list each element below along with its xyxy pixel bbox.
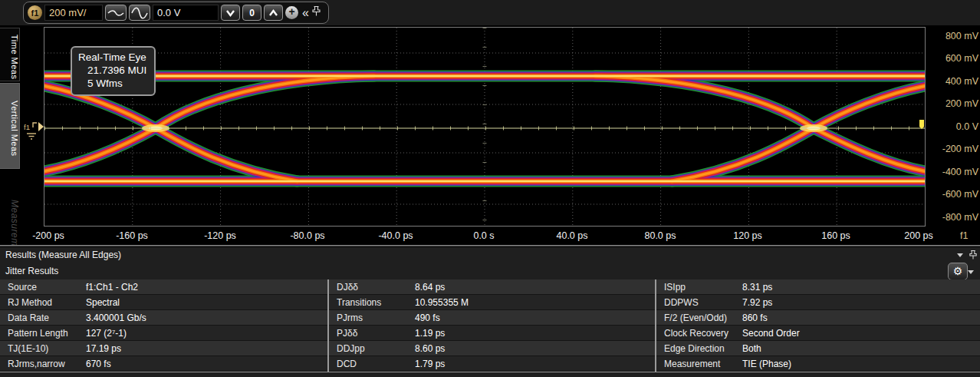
channel-badge[interactable]: f1 bbox=[28, 5, 42, 20]
result-value: 490 fs bbox=[415, 313, 440, 323]
table-row: Source f1:Ch1 - Ch2 bbox=[0, 279, 327, 295]
offset-up-button[interactable] bbox=[264, 5, 283, 21]
offset-zero-button[interactable]: 0 bbox=[242, 5, 261, 21]
result-label: DDPWS bbox=[656, 297, 742, 308]
ground-marker-label: f1 bbox=[24, 123, 30, 131]
result-value: 10.955355 M bbox=[415, 297, 469, 308]
result-label: RJ Method bbox=[0, 297, 86, 308]
x-axis-label: -160 ps bbox=[116, 230, 148, 241]
table-row: DDJpp 8.60 ps bbox=[329, 341, 655, 356]
result-label: Source bbox=[0, 282, 86, 293]
vertical-scale-value: 200 mV/ bbox=[49, 7, 86, 18]
result-value: 860 fs bbox=[742, 313, 768, 323]
tab-time-meas[interactable]: Time Meas bbox=[0, 28, 20, 81]
result-label: Pattern Length bbox=[0, 328, 86, 339]
vertical-offset-value: 0.0 V bbox=[157, 7, 180, 18]
x-axis-label: 120 ps bbox=[733, 230, 762, 241]
offset-arrow-icon bbox=[38, 122, 44, 131]
result-value: 670 fs bbox=[86, 359, 111, 369]
table-row: Transitions 10.955355 M bbox=[329, 295, 655, 310]
y-axis-label: -400 mV bbox=[928, 167, 978, 177]
results-header: Results (Measure All Edges) bbox=[0, 247, 980, 263]
table-row: TJ(1E-10) 17.19 ps bbox=[0, 341, 327, 356]
result-value: 8.31 ps bbox=[742, 282, 772, 293]
overlay-wfms: 5 Wfms bbox=[78, 77, 146, 90]
table-row: PJrms 490 fs bbox=[329, 310, 655, 326]
eye-diagram-plot[interactable] bbox=[44, 27, 926, 227]
channel-ground-marker[interactable]: f1 bbox=[24, 117, 44, 147]
collapse-toolbar-button[interactable]: « bbox=[302, 7, 309, 19]
result-value: 7.92 ps bbox=[742, 297, 772, 308]
result-value: Both bbox=[742, 343, 761, 354]
trigger-level-marker[interactable] bbox=[919, 120, 924, 129]
table-row: Data Rate 3.400001 Gb/s bbox=[0, 310, 327, 326]
results-title: Results bbox=[5, 250, 36, 260]
overlay-mui: 21.7396 MUI bbox=[78, 64, 146, 77]
channel-axis-label: f1 bbox=[960, 230, 968, 241]
result-value: Second Order bbox=[742, 328, 800, 339]
y-axis-label: 800 mV bbox=[928, 31, 978, 41]
x-axis-label: 40.0 ps bbox=[556, 230, 587, 241]
ground-icon bbox=[27, 134, 36, 139]
table-row: ISIpp 8.31 ps bbox=[656, 279, 980, 295]
panel-separator bbox=[0, 245, 980, 246]
pin-icon[interactable] bbox=[311, 5, 321, 20]
scale-decrease-button[interactable] bbox=[105, 5, 127, 21]
result-label: Clock Recovery bbox=[656, 328, 742, 339]
x-axis-label: 0.0 s bbox=[473, 230, 494, 241]
result-label: Edge Direction bbox=[656, 343, 742, 354]
y-axis-label: -600 mV bbox=[928, 189, 978, 200]
y-axis-label: 400 mV bbox=[928, 76, 978, 87]
result-value: Spectral bbox=[86, 297, 120, 308]
jitter-results-table: Source f1:Ch1 - Ch2 RJ Method Spectral D… bbox=[0, 279, 980, 372]
result-value: f1:Ch1 - Ch2 bbox=[86, 282, 138, 293]
y-axis-label: 600 mV bbox=[928, 53, 978, 64]
zero-icon: 0 bbox=[249, 8, 255, 18]
results-menu-chevron-icon[interactable] bbox=[957, 253, 963, 257]
scale-increase-button[interactable] bbox=[129, 5, 150, 21]
add-button[interactable]: + bbox=[285, 6, 298, 19]
result-value: TIE (Phase) bbox=[742, 359, 791, 369]
results-pin-icon[interactable] bbox=[968, 250, 978, 263]
x-axis-label: 80.0 ps bbox=[644, 230, 676, 241]
table-row: DCD 1.79 ps bbox=[329, 356, 655, 372]
chevron-down-icon bbox=[225, 8, 236, 18]
vertical-scale-field[interactable]: 200 mV/ bbox=[44, 5, 103, 21]
x-axis-label: -200 ps bbox=[32, 230, 64, 241]
chevron-up-icon bbox=[268, 8, 279, 18]
result-label: PJrms bbox=[329, 313, 415, 323]
result-value: 3.400001 Gb/s bbox=[86, 313, 146, 323]
gear-icon: ⚙ bbox=[953, 265, 963, 277]
results-settings-button[interactable]: ⚙ bbox=[948, 263, 968, 280]
offset-down-button[interactable] bbox=[221, 5, 240, 21]
small-sine-icon bbox=[107, 7, 125, 19]
table-row: DDPWS 7.92 ps bbox=[656, 295, 980, 310]
result-value: 1.79 ps bbox=[415, 359, 445, 369]
jitter-results-section-title: Jitter Results bbox=[5, 266, 58, 276]
results-panel: Results (Measure All Edges) Jitter Resul… bbox=[0, 247, 980, 377]
table-row: DJδδ 8.64 ps bbox=[329, 279, 655, 295]
vertical-offset-field[interactable]: 0.0 V bbox=[153, 5, 219, 21]
left-tab-sidebar: Time Meas Vertical Meas Measurem bbox=[0, 25, 21, 247]
eye-diagram-canvas bbox=[44, 28, 925, 226]
result-label: DJδδ bbox=[329, 282, 415, 293]
y-axis-label: -200 mV bbox=[928, 144, 978, 154]
table-row: Pattern Length 127 (2⁷-1) bbox=[0, 326, 327, 341]
result-label: TJ(1E-10) bbox=[0, 343, 86, 354]
tab-vertical-meas[interactable]: Vertical Meas bbox=[0, 83, 20, 169]
channel-f1-control-group: f1 200 mV/ 0.0 V 0 bbox=[23, 2, 329, 24]
results-column-1: Source f1:Ch1 - Ch2 RJ Method Spectral D… bbox=[0, 279, 327, 372]
grid-lines bbox=[44, 28, 925, 226]
y-axis-label: 0.0 V bbox=[928, 121, 978, 132]
result-value: 8.64 ps bbox=[415, 282, 445, 293]
result-label: Measurement bbox=[656, 359, 742, 369]
table-row: RJ Method Spectral bbox=[0, 295, 327, 310]
table-row: RJrms,narrow 670 fs bbox=[0, 356, 327, 372]
results-column-3: ISIpp 8.31 ps DDPWS 7.92 ps F/2 (Even/Od… bbox=[656, 279, 980, 372]
top-toolbar: f1 200 mV/ 0.0 V 0 bbox=[0, 0, 980, 25]
settings-dropdown-chevron-icon[interactable] bbox=[968, 270, 974, 274]
column-divider bbox=[327, 279, 329, 372]
table-row: Edge Direction Both bbox=[656, 341, 980, 356]
x-axis-label: 160 ps bbox=[821, 230, 850, 241]
table-row: Clock Recovery Second Order bbox=[656, 326, 980, 341]
